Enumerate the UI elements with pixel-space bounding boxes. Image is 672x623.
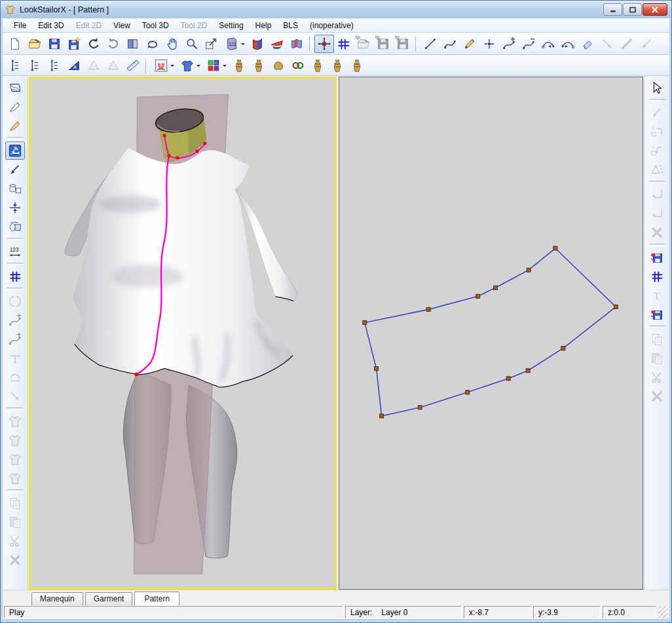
tool-icon <box>310 58 325 73</box>
pattern-point[interactable] <box>426 307 430 311</box>
tool-icon <box>337 37 351 51</box>
tool-icon <box>106 37 121 51</box>
cut-2d-button <box>647 368 667 387</box>
tool-icon <box>482 37 496 51</box>
line-tool-button[interactable] <box>420 35 440 53</box>
menu-setting[interactable]: Setting <box>213 19 249 32</box>
menu-tool-3d[interactable]: Tool 3D <box>136 19 175 32</box>
tool-icon <box>126 37 140 51</box>
pattern-save-2-button[interactable] <box>647 305 667 324</box>
pattern-outline[interactable] <box>365 248 616 416</box>
tool-icon <box>289 37 304 51</box>
pattern-point[interactable] <box>493 286 497 290</box>
angle-label-button[interactable] <box>64 56 84 75</box>
pencil-tool-button[interactable] <box>460 35 479 53</box>
pattern-point[interactable] <box>363 320 367 324</box>
arrow-tool-button[interactable] <box>5 160 25 179</box>
texture-pattern-button[interactable] <box>203 56 229 75</box>
height-measure-2-button[interactable] <box>25 56 45 75</box>
pan-button[interactable] <box>162 35 182 53</box>
size-chart-button[interactable] <box>221 35 248 53</box>
new-file-button[interactable] <box>5 35 25 53</box>
undo-button[interactable] <box>84 35 103 53</box>
surface-drag-button[interactable] <box>5 142 25 160</box>
pattern-point[interactable] <box>375 367 379 371</box>
knife-tool-button[interactable] <box>5 98 25 116</box>
mannequin-back-button[interactable] <box>249 56 269 75</box>
menu-help[interactable]: Help <box>250 19 278 32</box>
wrap-tool-button[interactable] <box>5 217 25 236</box>
minimize-button[interactable] <box>603 3 622 16</box>
ruler-button[interactable] <box>123 56 143 75</box>
pattern-point[interactable] <box>506 377 510 381</box>
panel-3d-button[interactable] <box>248 35 267 53</box>
mannequin-front-button[interactable] <box>229 56 249 75</box>
pattern-point[interactable] <box>476 294 480 298</box>
split-view-button[interactable] <box>123 35 143 53</box>
3d-viewport[interactable] <box>29 77 337 590</box>
pattern-point[interactable] <box>466 390 470 394</box>
rings-button[interactable] <box>288 56 308 75</box>
pattern-point[interactable] <box>380 414 384 418</box>
close-button[interactable] <box>643 3 667 16</box>
resize-grip[interactable] <box>658 606 668 618</box>
curve-tool-button[interactable] <box>440 35 460 53</box>
open-file-button[interactable] <box>25 35 45 53</box>
export-3d-button[interactable] <box>202 35 221 53</box>
zoom-button[interactable] <box>182 35 202 53</box>
width-measure-button[interactable] <box>45 56 64 75</box>
garment-style-button[interactable] <box>177 56 203 75</box>
extrude-tool-button[interactable] <box>5 179 25 198</box>
pattern-point[interactable] <box>614 305 618 309</box>
tool-icon <box>650 351 664 366</box>
knife-tan-button[interactable] <box>5 117 25 135</box>
pattern-point[interactable] <box>561 347 565 350</box>
tool-icon <box>67 58 81 73</box>
menu-inoperative[interactable]: (inoperative) <box>304 19 360 32</box>
add-point-button[interactable] <box>499 35 519 53</box>
delete-point-button[interactable] <box>519 35 538 53</box>
restore-button[interactable] <box>623 3 642 16</box>
split-curve-right-button[interactable] <box>538 35 558 53</box>
texture-image-button[interactable] <box>151 56 177 75</box>
point-tool-button[interactable] <box>479 35 499 53</box>
tab-pattern[interactable]: Pattern <box>134 592 179 607</box>
move-point-button[interactable] <box>314 35 334 53</box>
thick-line-button <box>617 35 637 53</box>
height-measure-button[interactable] <box>5 56 25 75</box>
wedge-3d-button[interactable] <box>267 35 287 53</box>
measure-123-button[interactable] <box>5 242 25 261</box>
pattern-point[interactable] <box>526 369 530 373</box>
grid-3d-button[interactable] <box>5 267 25 286</box>
menu-file[interactable]: File <box>8 19 32 32</box>
toolbar-separator <box>415 36 418 52</box>
tool-icon <box>86 58 101 73</box>
tab-manequin[interactable]: Manequin <box>31 592 83 605</box>
menu-view[interactable]: View <box>107 19 136 32</box>
mirror-tool-button[interactable] <box>5 198 25 217</box>
mannequin-teen-button[interactable] <box>327 56 347 75</box>
bust-form-button[interactable] <box>269 56 288 75</box>
grid-2d-button[interactable] <box>647 267 667 286</box>
tab-garment[interactable]: Garment <box>85 592 133 605</box>
save-button[interactable] <box>45 35 64 53</box>
save-as-button[interactable] <box>64 35 84 53</box>
2d-viewport[interactable] <box>339 77 643 590</box>
menu-edit-3d[interactable]: Edit 3D <box>32 19 69 32</box>
mannequin-child-button[interactable] <box>308 56 327 75</box>
split-curve-left-button[interactable] <box>558 35 578 53</box>
select-cursor-button[interactable] <box>647 79 667 97</box>
pattern-point[interactable] <box>527 268 531 272</box>
eraser-button[interactable] <box>578 35 597 53</box>
grid-transform-button[interactable] <box>334 35 354 53</box>
pattern-save-button[interactable] <box>647 248 667 267</box>
mannequin-adult-button[interactable] <box>347 56 367 75</box>
title-bar[interactable]: LookStailorX - [ Pattern ] <box>1 1 671 18</box>
rotate-view-button[interactable] <box>143 35 162 53</box>
drape-surface-button[interactable] <box>5 79 25 97</box>
pattern-point[interactable] <box>553 246 557 250</box>
menu-bls[interactable]: BLS <box>277 19 304 32</box>
drape-3d-button[interactable] <box>287 35 307 53</box>
pattern-point[interactable] <box>418 406 422 409</box>
status-y-coordinate: y:-3.9 <box>533 606 601 618</box>
